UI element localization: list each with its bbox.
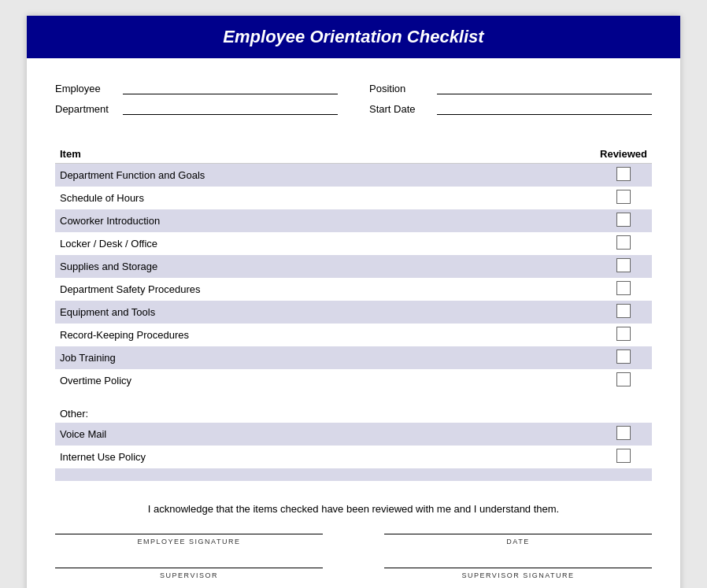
position-input[interactable] — [437, 80, 652, 94]
checkbox-cell[interactable] — [595, 209, 652, 232]
position-label: Position — [369, 83, 432, 94]
item-label: Locker / Desk / Office — [55, 232, 595, 255]
col-item-header: Item — [55, 145, 595, 164]
table-row: Record-Keeping Procedures — [55, 324, 652, 346]
date-sig-line — [384, 534, 652, 534]
item-label: Department Function and Goals — [55, 164, 595, 187]
employee-sig-block: EMPLOYEE SIGNATURE — [55, 534, 323, 545]
checkbox[interactable] — [616, 304, 631, 318]
page-title: Employee Orientation Checklist — [27, 16, 680, 58]
employee-sig-line — [55, 534, 323, 534]
fields-left: Employee Department — [55, 80, 338, 121]
signature-section: EMPLOYEE SIGNATURE DATE SUPERVISOR SUPER… — [27, 534, 680, 579]
item-label: Voice Mail — [55, 423, 595, 446]
col-reviewed-header: Reviewed — [595, 145, 652, 164]
checkbox[interactable] — [616, 258, 631, 272]
checkbox-cell[interactable] — [595, 301, 652, 324]
checkbox-cell[interactable] — [595, 232, 652, 255]
checkbox-cell[interactable] — [595, 255, 652, 278]
checkbox[interactable] — [616, 327, 631, 341]
sig-row-1: EMPLOYEE SIGNATURE DATE — [55, 534, 652, 545]
supervisor-signature-block: SUPERVISOR SIGNATURE — [384, 568, 652, 579]
form-fields: Employee Department Position Start Date — [27, 80, 680, 121]
table-row: Department Safety Procedures — [55, 278, 652, 301]
position-field-row: Position — [369, 80, 652, 94]
spacer-row — [55, 392, 652, 405]
table-row: Schedule of Hours — [55, 187, 652, 209]
checkbox-cell[interactable] — [595, 187, 652, 209]
table-row: Coworker Introduction — [55, 209, 652, 232]
table-row: Voice Mail — [55, 423, 652, 446]
department-field-row: Department — [55, 101, 338, 115]
department-label: Department — [55, 103, 118, 115]
startdate-label: Start Date — [369, 103, 432, 115]
employee-sig-label: EMPLOYEE SIGNATURE — [55, 538, 323, 545]
table-row: Internet Use Policy — [55, 446, 652, 468]
table-row: Job Training — [55, 346, 652, 369]
checkbox[interactable] — [616, 372, 631, 386]
other-label: Other: — [55, 405, 595, 423]
supervisor-sig-line — [55, 568, 323, 568]
table-row: Locker / Desk / Office — [55, 232, 652, 255]
acknowledgement: I acknowledge that the items checked hav… — [55, 503, 652, 515]
checkbox-cell[interactable] — [595, 446, 652, 468]
employee-label: Employee — [55, 83, 118, 94]
item-label: Equipment and Tools — [55, 301, 595, 324]
employee-input[interactable] — [123, 80, 338, 94]
sig-row-2: SUPERVISOR SUPERVISOR SIGNATURE — [55, 568, 652, 579]
checkbox[interactable] — [616, 426, 631, 440]
supervisor-label: SUPERVISOR — [55, 571, 323, 579]
employee-field-row: Employee — [55, 80, 338, 94]
startdate-input[interactable] — [437, 101, 652, 115]
checkbox-cell[interactable] — [595, 164, 652, 187]
supervisor-sig-block: SUPERVISOR — [55, 568, 323, 579]
checklist-table: Item Reviewed Department Function and Go… — [55, 145, 652, 481]
checklist-section: Item Reviewed Department Function and Go… — [27, 145, 680, 481]
item-label: Internet Use Policy — [55, 446, 595, 468]
table-row: Department Function and Goals — [55, 164, 652, 187]
date-sig-block: DATE — [384, 534, 652, 545]
item-label: Job Training — [55, 346, 595, 369]
item-label: Supplies and Storage — [55, 255, 595, 278]
checkbox-cell[interactable] — [595, 346, 652, 369]
item-label: Department Safety Procedures — [55, 278, 595, 301]
checkbox[interactable] — [616, 235, 631, 250]
checkbox[interactable] — [616, 213, 631, 227]
checkbox[interactable] — [616, 349, 631, 364]
department-input[interactable] — [123, 101, 338, 115]
item-label: Overtime Policy — [55, 369, 595, 392]
item-label: Schedule of Hours — [55, 187, 595, 209]
supervisor-signature-line — [384, 568, 652, 568]
checkbox-cell[interactable] — [595, 278, 652, 301]
date-sig-label: DATE — [384, 538, 652, 545]
supervisor-sig-label: SUPERVISOR SIGNATURE — [384, 571, 652, 579]
checkbox[interactable] — [616, 281, 631, 295]
fields-right: Position Start Date — [338, 80, 652, 121]
table-row: Equipment and Tools — [55, 301, 652, 324]
checkbox-cell[interactable] — [595, 423, 652, 446]
checkbox[interactable] — [616, 190, 631, 204]
other-label-row: Other: — [55, 405, 652, 423]
checkbox-cell[interactable] — [595, 324, 652, 346]
final-spacer-row — [55, 468, 652, 481]
item-label: Record-Keeping Procedures — [55, 324, 595, 346]
checkbox[interactable] — [616, 167, 631, 181]
startdate-field-row: Start Date — [369, 101, 652, 115]
checkbox-cell[interactable] — [595, 369, 652, 392]
table-header-row: Item Reviewed — [55, 145, 652, 164]
page: Employee Orientation Checklist Employee … — [27, 16, 680, 588]
checkbox[interactable] — [616, 449, 631, 463]
table-row: Supplies and Storage — [55, 255, 652, 278]
table-row: Overtime Policy — [55, 369, 652, 392]
item-label: Coworker Introduction — [55, 209, 595, 232]
